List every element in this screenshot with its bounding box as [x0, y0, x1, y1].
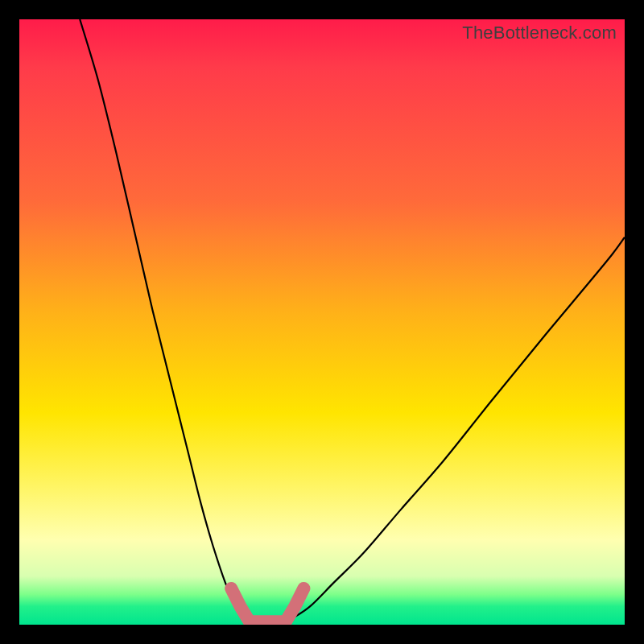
chart-curves	[19, 19, 625, 625]
right-curve	[291, 237, 625, 619]
left-curve	[80, 19, 243, 619]
bottom-u-mark	[231, 588, 303, 621]
chart-plot-area: TheBottleneck.com	[19, 19, 625, 625]
chart-frame: TheBottleneck.com	[0, 0, 644, 644]
